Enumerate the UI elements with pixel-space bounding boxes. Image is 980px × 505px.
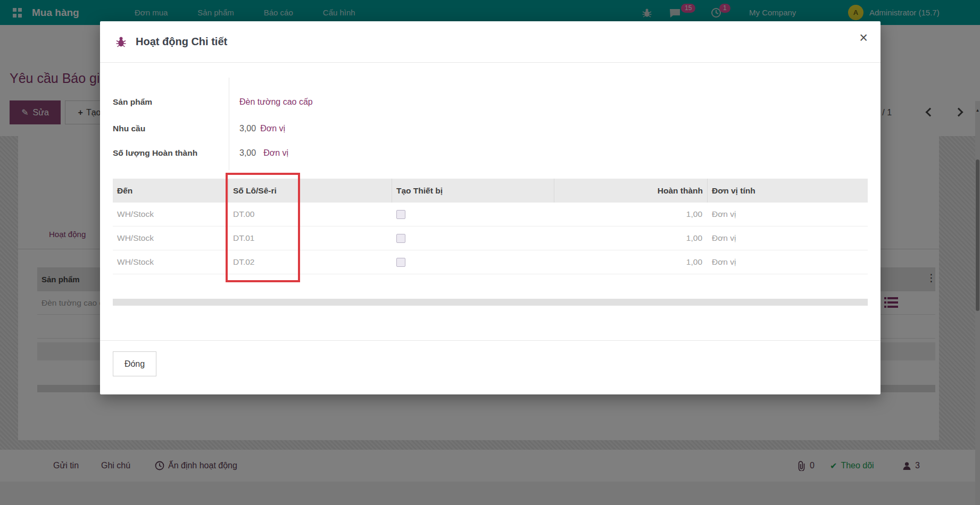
done-uom-link[interactable]: Đơn vị (263, 148, 288, 158)
dialog-footer: Đóng (100, 340, 881, 394)
bug-icon (116, 36, 126, 47)
dialog-header: Hoạt động Chi tiết × (100, 21, 881, 63)
col-create-device[interactable]: Tạo Thiết bị (392, 179, 554, 203)
field-demand: Nhu cầu 3,00 Đơn vị (113, 117, 285, 140)
dialog-close-icon[interactable]: × (859, 31, 868, 45)
screen: Mua hàng Đơn mua Sản phẩm Báo cáo Cấu hì… (0, 0, 980, 505)
table-row[interactable]: WH/Stock DT.00 1,00 Đơn vị (113, 203, 868, 226)
cell-destination: WH/Stock (113, 209, 229, 219)
col-uom[interactable]: Đơn vị tính (708, 179, 868, 203)
dialog-title: Hoạt động Chi tiết (136, 36, 227, 48)
cell-done: 1,00 (554, 209, 708, 219)
product-label: Sản phẩm (113, 97, 216, 107)
field-done: Số lượng Hoàn thành 3,00 Đơn vị (113, 141, 288, 165)
cell-lot: DT.00 (229, 209, 392, 219)
cell-done: 1,00 (554, 257, 708, 267)
cell-destination: WH/Stock (113, 233, 229, 243)
cell-lot: DT.01 (229, 233, 392, 243)
col-done[interactable]: Hoàn thành (554, 179, 708, 203)
table-header-row: Đến Số Lô/Sê-ri Tạo Thiết bị Hoàn thành … (113, 179, 868, 203)
create-device-checkbox[interactable] (396, 234, 405, 243)
demand-qty: 3,00 (239, 124, 256, 133)
demand-label: Nhu cầu (113, 124, 216, 133)
cell-uom: Đơn vị (708, 257, 868, 267)
move-lines-table: Đến Số Lô/Sê-ri Tạo Thiết bị Hoàn thành … (113, 179, 868, 274)
create-device-checkbox[interactable] (396, 210, 405, 219)
dialog-hscrollbar[interactable] (113, 299, 868, 306)
table-row[interactable]: WH/Stock DT.02 1,00 Đơn vị (113, 250, 868, 274)
cell-done: 1,00 (554, 233, 708, 243)
cell-uom: Đơn vị (708, 233, 868, 243)
done-qty: 3,00 (239, 148, 256, 158)
col-lot-serial[interactable]: Số Lô/Sê-ri (229, 179, 392, 203)
col-destination[interactable]: Đến (113, 179, 229, 203)
create-device-checkbox[interactable] (396, 258, 405, 267)
field-product: Sản phẩm Đèn tường cao cấp (113, 90, 313, 114)
close-button[interactable]: Đóng (113, 351, 156, 376)
cell-uom: Đơn vị (708, 209, 868, 219)
cell-destination: WH/Stock (113, 257, 229, 267)
demand-uom-link[interactable]: Đơn vị (260, 124, 285, 133)
table-row[interactable]: WH/Stock DT.01 1,00 Đơn vị (113, 226, 868, 250)
product-link[interactable]: Đèn tường cao cấp (239, 97, 313, 107)
done-label: Số lượng Hoàn thành (113, 148, 216, 158)
cell-lot: DT.02 (229, 257, 392, 267)
detailed-operations-dialog: Hoạt động Chi tiết × Sản phẩm Đèn tường … (100, 21, 881, 394)
